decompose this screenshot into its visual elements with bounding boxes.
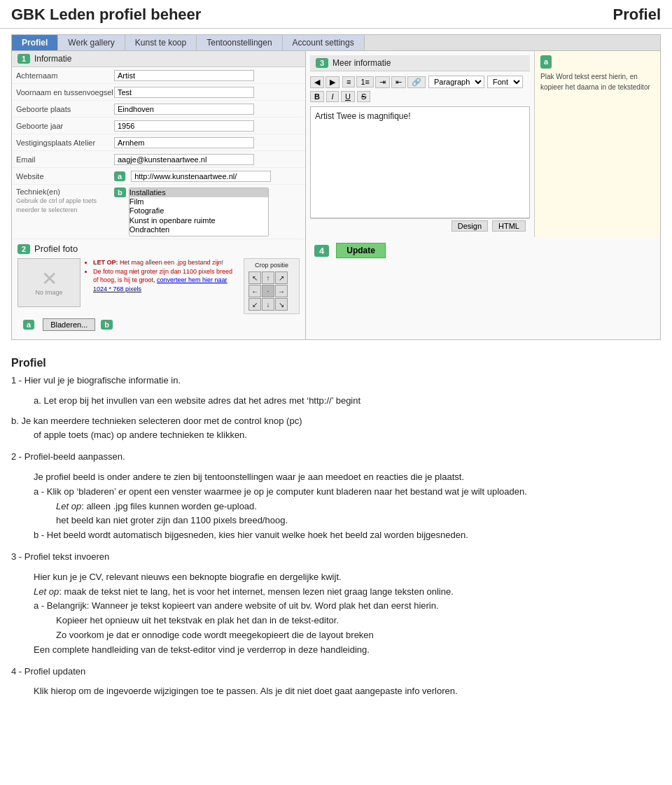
crop-arrow-sw[interactable]: ↙ [248,298,261,311]
desc-section4-body: Klik hierop om de ingevoerde wijzigingen… [11,684,661,699]
crop-arrow-w[interactable]: ← [248,285,261,297]
toolbar-italic-btn[interactable]: I [326,91,339,102]
tab-bar: Profiel Werk gallery Kunst te koop Tento… [12,35,660,51]
toolbar-strike-btn[interactable]: S [357,91,370,102]
crop-arrow-ne[interactable]: ↗ [275,271,288,284]
tab-account-settings[interactable]: Account settings [283,35,365,50]
tab-profiel[interactable]: Profiel [12,35,58,50]
convert-link[interactable]: converteer hem hier naar 1024 * 768 pixe… [93,276,227,292]
section3-label: Meer informatie [332,58,391,68]
toolbar-back-btn[interactable]: ◀ [310,76,324,88]
label-achternaam: Achternaam [16,71,114,80]
no-image-box: ✕ No Image [18,258,80,307]
crop-arrow-center[interactable]: · [262,285,274,297]
editor-toolbar: ◀ ▶ ≡ 1≡ ⇥ ⇤ 🔗 Paragraph [310,76,530,88]
section2-header: 2 Profiel foto [18,243,300,254]
input-achternaam[interactable] [114,70,254,81]
desc-section-2: 2 - Profiel-beeld aanpassen. Je profiel … [11,450,661,543]
design-btn[interactable]: Design [451,220,488,232]
input-vestigingsplaats[interactable] [114,137,254,148]
toolbar-link-btn[interactable]: 🔗 [407,76,426,88]
crop-arrow-se[interactable]: ↘ [275,298,288,311]
section3-badge: 3 [316,58,328,68]
techniek-select[interactable]: Installaties Film Fotografie Kunst in op… [129,188,269,236]
toolbar-paragraph-select[interactable]: Paragraph [428,76,484,88]
website-badge-a: a [114,171,125,181]
techniek-badge-b: b [114,188,126,197]
input-website[interactable] [131,171,271,182]
label-email: Email [16,155,114,164]
label-website: Website [16,172,114,181]
toolbar-outdent-btn[interactable]: ⇤ [391,76,406,88]
label-geboorte-plaats: Geboorte plaats [16,105,114,113]
label-geboorte-jaar: Geboorte jaar [16,122,114,130]
toolbar-underline-btn[interactable]: U [341,91,355,102]
input-email[interactable] [114,154,254,165]
techniek-option-fotografie[interactable]: Fotografie [130,206,268,215]
techniek-hint: Gebruik de ctrl of apple toetsmeerder te… [16,197,97,213]
field-achternaam: Achternaam [12,67,305,84]
toolbar-bold-btn[interactable]: B [310,91,324,102]
techniek-option-openbare-ruimte[interactable]: Kunst in openbare ruimte [130,216,268,225]
desc-section2-body: Je profiel beeld is onder andere te zien… [11,470,661,543]
crop-arrow-n[interactable]: ↑ [262,271,274,284]
photo-instructions: LET OP: Het mag alleen een .jpg bestand … [86,258,238,314]
desc-section3-body: Hier kun je je CV, relevant nieuws een b… [11,570,661,658]
tab-tentoonstellingen[interactable]: Tentoonstellingen [197,35,282,50]
update-button[interactable]: Update [336,243,386,258]
crop-arrow-e[interactable]: → [275,285,288,297]
section2-label: Profiel foto [34,243,78,254]
input-voornaam[interactable] [114,87,254,98]
toolbar-font-select[interactable]: Font [487,76,523,88]
desc-section-3: 3 - Profiel tekst invoeren Hier kun je j… [11,550,661,658]
input-geboorte-plaats[interactable] [114,104,254,115]
html-btn[interactable]: HTML [492,220,526,232]
browse-badge-a: a [23,320,34,330]
desc-section1-intro: 1 - Hier vul je je biografische informat… [11,374,661,388]
bottom-row: a Bladeren... b [18,314,300,335]
toolbar-list-btn[interactable]: ≡ [342,76,355,87]
side-note: a Plak Word tekst eerst hierin, en kopie… [534,51,660,237]
update-row: 4 Update [306,237,660,264]
tab-werk-gallery[interactable]: Werk gallery [58,35,125,50]
field-vestigingsplaats: Vestigingsplaats Atelier [12,134,305,151]
crop-arrow-s[interactable]: ↓ [262,298,274,311]
field-geboorte-plaats: Geboorte plaats [12,101,305,118]
editor-section: 3 Meer informatie ◀ ▶ ≡ 1≡ ⇥ ⇤ [306,51,534,237]
toolbar-format-group: ≡ 1≡ ⇥ ⇤ 🔗 [342,76,426,88]
editor-area[interactable]: Artist Twee is magnifique! [310,106,530,218]
crop-title: Crop positie [248,262,295,269]
left-panel: 1 Informatie Achternaam Voornaam en tuss… [12,51,306,339]
crop-arrows: ↖ ↑ ↗ ← · → ↙ ↓ ↘ [248,271,295,311]
techniek-option-ondrachten[interactable]: Ondrachten [130,225,268,234]
desc-section-1: 1 - Hier vul je je biografische informat… [11,374,661,443]
desc-section1-b: b. Je kan meerdere technieken selecteren… [11,414,661,444]
page-header: GBK Leden profiel beheer Profiel [0,0,672,29]
desc-section-4: 4 - Profiel updaten Klik hierop om de in… [11,665,661,700]
toolbar-ol-btn[interactable]: 1≡ [356,76,374,87]
section1-label: Informatie [34,54,71,64]
toolbar-indent-btn[interactable]: ⇥ [375,76,390,88]
right-top: 3 Meer informatie ◀ ▶ ≡ 1≡ ⇥ ⇤ [306,51,660,237]
side-note-text: Plak Word tekst eerst hierin, en kopieer… [540,71,654,92]
field-voornaam: Voornaam en tussenvoegsel [12,84,305,101]
desc-section2-intro: 2 - Profiel-beeld aanpassen. [11,450,661,465]
label-vestigingsplaats: Vestigingsplaats Atelier [16,139,114,147]
techniek-option-film[interactable]: Film [130,197,268,206]
side-note-badge: a [540,55,552,69]
input-geboorte-jaar[interactable] [114,120,254,132]
crop-badge-b: b [101,320,113,330]
tab-kunst-te-koop[interactable]: Kunst te koop [125,35,197,50]
browse-button[interactable]: Bladeren... [43,318,95,331]
desc-section1-a: a. Let erop bij het invullen van een web… [11,394,661,409]
crop-arrow-nw[interactable]: ↖ [248,271,261,284]
toolbar-forward-btn[interactable]: ▶ [326,76,340,88]
section1-badge: 1 [18,54,30,64]
main-ui-box: Profiel Werk gallery Kunst te koop Tento… [11,34,661,340]
photo-section: 2 Profiel foto ✕ No Image LET OP: Het ma… [12,239,305,339]
no-image-icon: ✕ [41,269,57,289]
description-area: Profiel 1 - Hier vul je je biografische … [0,346,672,699]
techniek-option-installaties[interactable]: Installaties [130,188,268,197]
site-title: GBK Leden profiel beheer [11,6,201,24]
photo-row: ✕ No Image LET OP: Het mag alleen een .j… [18,258,300,314]
